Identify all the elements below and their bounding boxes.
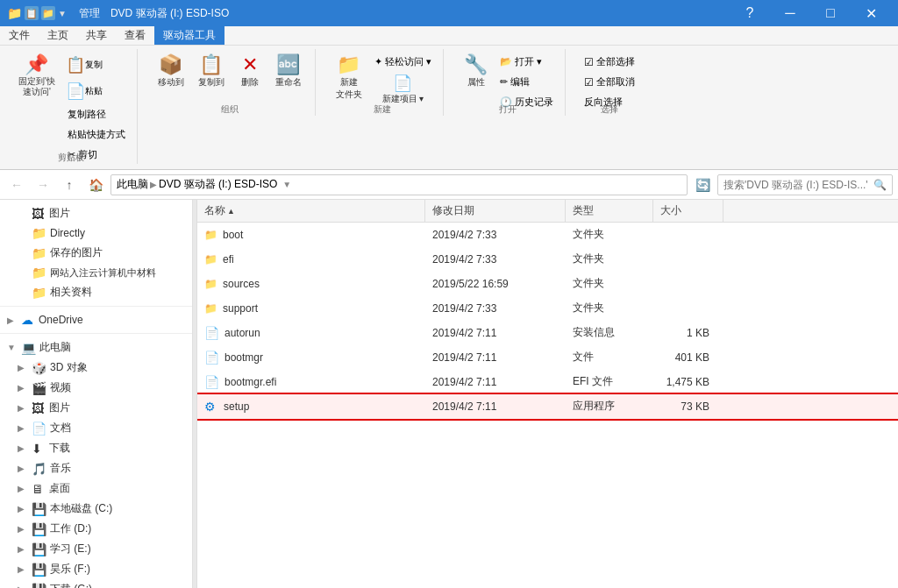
- col-header-date[interactable]: 修改日期: [425, 200, 566, 222]
- sidebar-item-d-drive[interactable]: ▶ 💾 工作 (D:): [0, 519, 192, 539]
- copy-button[interactable]: 📋 复制: [63, 53, 130, 77]
- sidebar-item-pictures-quick[interactable]: 🖼 图片: [0, 203, 192, 223]
- col-header-name[interactable]: 名称 ▲: [197, 200, 425, 222]
- close-button[interactable]: ✕: [851, 0, 891, 26]
- docs-label: 文档: [50, 421, 71, 436]
- rename-label: 重命名: [275, 76, 302, 89]
- toolbar-icon-2[interactable]: 📁: [41, 6, 55, 20]
- open-button[interactable]: 📂 打开 ▾: [495, 53, 558, 71]
- desktop-expand: ▶: [18, 484, 28, 493]
- minimize-button[interactable]: ─: [770, 0, 810, 26]
- menu-view[interactable]: 查看: [116, 26, 154, 45]
- e-expand: ▶: [18, 544, 28, 554]
- paste-shortcut-button[interactable]: 粘贴快捷方式: [63, 125, 130, 144]
- breadcrumb[interactable]: 此电脑 ▶ DVD 驱动器 (I:) ESD-ISO ▼: [110, 174, 688, 195]
- file-type-autorun: 安装信息: [566, 323, 653, 342]
- sidebar-item-g-drive[interactable]: ▶ 💾 下载 (G:): [0, 579, 192, 588]
- copy-to-label: 复制到: [198, 76, 224, 89]
- clipboard-buttons: 📌 固定到'快速访问' 📋 复制 📄 粘贴 复制路径 粘贴快捷方式 ✂ 剪切: [12, 49, 130, 164]
- delete-button[interactable]: ✕ 删除: [232, 53, 267, 91]
- g-icon: 💾: [32, 583, 46, 589]
- new-item-icon: 📄: [393, 75, 412, 91]
- edit-button[interactable]: ✏ 编辑: [495, 73, 558, 91]
- sidebar-item-desktop[interactable]: ▶ 🖥 桌面: [0, 478, 192, 499]
- divider-2: [0, 333, 192, 334]
- rename-button[interactable]: 🔤 重命名: [269, 53, 308, 91]
- home-button[interactable]: 🏠: [84, 174, 107, 196]
- easy-access-button[interactable]: ✦ 轻松访问 ▾: [370, 53, 436, 71]
- back-button[interactable]: ←: [5, 174, 28, 196]
- table-row-setup[interactable]: ⚙ setup 2019/4/2 7:11 应用程序 73 KB: [197, 394, 898, 419]
- breadcrumb-computer[interactable]: 此电脑: [117, 177, 148, 192]
- f-icon: 💾: [32, 563, 46, 577]
- new-folder-button[interactable]: 📁 新建文件夹: [330, 53, 368, 103]
- up-button[interactable]: ↑: [58, 174, 81, 196]
- paste-button[interactable]: 📄 粘贴: [63, 79, 130, 103]
- sidebar-item-this-pc[interactable]: ▼ 💻 此电脑: [0, 337, 192, 358]
- sidebar-item-website-materials[interactable]: 📁 网站入注云计算机中材料: [0, 263, 192, 282]
- menu-drive-tools[interactable]: 驱动器工具: [154, 26, 224, 45]
- col-header-type[interactable]: 类型: [566, 200, 653, 222]
- move-to-button[interactable]: 📦 移动到: [152, 53, 190, 91]
- properties-label: 属性: [467, 76, 485, 89]
- d-expand: ▶: [18, 524, 28, 534]
- table-row[interactable]: 📁 boot 2019/4/2 7:33 文件夹: [197, 223, 898, 247]
- breadcrumb-dropdown[interactable]: ▼: [282, 180, 291, 189]
- sidebar-item-c-drive[interactable]: ▶ 💾 本地磁盘 (C:): [0, 499, 192, 519]
- table-row[interactable]: 📁 efi 2019/4/2 7:33 文件夹: [197, 247, 898, 272]
- sidebar-item-docs[interactable]: ▶ 📄 文档: [0, 418, 192, 438]
- d-icon: 💾: [32, 522, 46, 536]
- sidebar-item-related-materials[interactable]: 📁 相关资料: [0, 282, 192, 302]
- desktop-label: 桌面: [49, 481, 70, 496]
- table-row[interactable]: 📄 bootmgr 2019/4/2 7:11 文件 401 KB: [197, 345, 898, 370]
- file-type-bootmgr-efi: EFI 文件: [566, 372, 653, 391]
- sidebar-item-video[interactable]: ▶ 🎬 视频: [0, 378, 192, 398]
- select-none-button[interactable]: ☑全部取消: [580, 73, 639, 91]
- pin-label: 固定到'快速访问': [18, 76, 55, 97]
- saved-icon: 📁: [32, 246, 46, 260]
- breadcrumb-drive[interactable]: DVD 驱动器 (I:) ESD-ISO: [159, 177, 277, 192]
- sidebar-item-music[interactable]: ▶ 🎵 音乐: [0, 458, 192, 478]
- sidebar-item-f-drive[interactable]: ▶ 💾 昊乐 (F:): [0, 559, 192, 579]
- menu-home[interactable]: 主页: [39, 26, 77, 45]
- select-all-button[interactable]: ☑全部选择: [580, 53, 639, 71]
- file-date-support: 2019/4/2 7:33: [425, 301, 566, 316]
- forward-button[interactable]: →: [32, 174, 54, 196]
- select-group-label: 选择: [601, 103, 618, 116]
- sidebar-item-pictures[interactable]: ▶ 🖼 图片: [0, 398, 192, 418]
- sidebar-item-onedrive[interactable]: ▶ ☁ OneDrive: [0, 310, 192, 329]
- table-row[interactable]: 📄 bootmgr.efi 2019/4/2 7:11 EFI 文件 1,475…: [197, 370, 898, 394]
- toolbar-icon-1[interactable]: 📋: [25, 6, 39, 20]
- pin-button[interactable]: 📌 固定到'快速访问': [12, 53, 61, 100]
- sidebar-item-3d[interactable]: ▶ 🎲 3D 对象: [0, 358, 192, 378]
- file-area: 名称 ▲ 修改日期 类型 大小 📁 boot 2019/4/2 7:33: [197, 200, 898, 588]
- onedrive-label: OneDrive: [39, 314, 83, 326]
- sidebar-item-e-drive[interactable]: ▶ 💾 学习 (E:): [0, 539, 192, 559]
- paste-icon: 📄: [66, 81, 85, 101]
- file-type-setup: 应用程序: [566, 397, 653, 415]
- toolbar-dropdown[interactable]: ▼: [58, 9, 67, 18]
- folder-icon: 📁: [204, 253, 217, 266]
- refresh-button[interactable]: 🔄: [691, 174, 714, 196]
- properties-button[interactable]: 🔧 属性: [458, 53, 494, 91]
- copy-label: 复制: [85, 59, 103, 71]
- sidebar-item-saved-pictures[interactable]: 📁 保存的图片: [0, 243, 192, 263]
- maximize-button[interactable]: □: [810, 0, 851, 26]
- copy-path-button[interactable]: 复制路径: [63, 105, 130, 124]
- menu-share[interactable]: 共享: [77, 26, 116, 45]
- new-item-button[interactable]: 📄 新建项目 ▾: [370, 73, 436, 108]
- menu-file[interactable]: 文件: [0, 26, 39, 45]
- manage-tab-label: 管理: [79, 6, 100, 21]
- file-name-label: bootmgr.efi: [224, 376, 276, 388]
- window-icon: 📁: [7, 6, 22, 20]
- sidebar-item-downloads[interactable]: ▶ ⬇ 下载: [0, 438, 192, 458]
- sidebar-item-directly[interactable]: 📁 Directly: [0, 223, 192, 243]
- copy-to-button[interactable]: 📋 复制到: [192, 53, 231, 91]
- table-row[interactable]: 📁 support 2019/4/2 7:33 文件夹: [197, 296, 898, 321]
- col-header-size[interactable]: 大小: [653, 200, 723, 222]
- table-row[interactable]: 📁 sources 2019/5/22 16:59 文件夹: [197, 272, 898, 296]
- help-button[interactable]: ?: [730, 0, 770, 26]
- search-input[interactable]: [723, 179, 873, 191]
- table-row[interactable]: 📄 autorun 2019/4/2 7:11 安装信息 1 KB: [197, 321, 898, 345]
- divider-1: [0, 306, 192, 307]
